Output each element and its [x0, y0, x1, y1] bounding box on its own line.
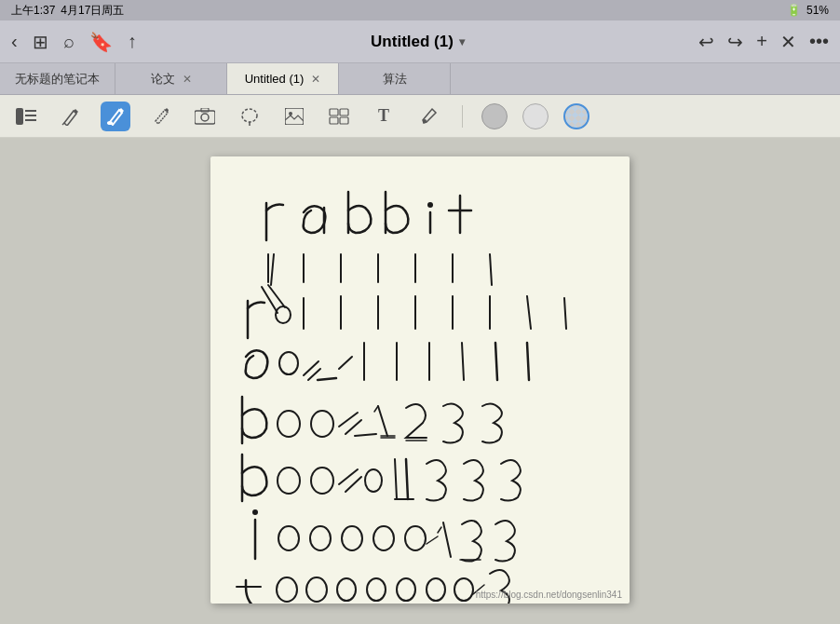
watermark: https://blog.csdn.net/dongsenlin341 [476, 590, 622, 600]
svg-rect-14 [340, 109, 348, 115]
tab-algorithm[interactable]: 算法 [339, 63, 451, 94]
redo-button[interactable]: ↪ [727, 31, 743, 53]
svg-point-35 [367, 578, 386, 601]
svg-point-28 [310, 526, 331, 550]
color-blue-transparent[interactable] [563, 103, 589, 129]
undo-button[interactable]: ↩ [698, 31, 714, 53]
search-button[interactable]: ⌕ [63, 31, 75, 52]
svg-point-18 [427, 202, 433, 208]
svg-point-25 [365, 469, 382, 492]
svg-point-7 [201, 114, 209, 121]
svg-point-30 [373, 526, 394, 550]
svg-point-33 [306, 577, 327, 602]
svg-line-4 [62, 123, 64, 125]
svg-point-22 [311, 411, 333, 437]
svg-rect-3 [25, 119, 36, 121]
tab-untitled-label: Untitled (1) [245, 72, 305, 86]
tab-untitled[interactable]: Untitled (1) ✕ [227, 63, 339, 94]
title-chevron-icon[interactable]: ▾ [459, 35, 465, 48]
close-button[interactable]: ✕ [780, 31, 796, 53]
color-light[interactable] [522, 103, 549, 129]
camera-tool[interactable] [190, 102, 220, 131]
document-title: Untitled (1) [371, 33, 454, 51]
tab-paper-label: 论文 [151, 71, 175, 88]
svg-point-38 [454, 578, 473, 601]
text-tool[interactable]: T [369, 102, 399, 131]
svg-rect-0 [16, 108, 23, 125]
tab-paper-close[interactable]: ✕ [183, 73, 192, 86]
back-button[interactable]: ‹ [11, 31, 18, 52]
svg-point-17 [423, 119, 427, 123]
drawing-canvas[interactable] [210, 156, 630, 604]
title-bar: ‹ ⊞ ⌕ 🔖 ↑ Untitled (1) ▾ ↩ ↪ + ✕ ••• [0, 20, 840, 63]
sidebar-tool[interactable] [11, 102, 41, 131]
svg-rect-8 [201, 108, 209, 112]
tab-notebook[interactable]: 无标题的笔记本 [0, 63, 115, 94]
svg-point-9 [242, 109, 257, 122]
svg-point-31 [405, 526, 426, 550]
svg-rect-2 [25, 115, 36, 116]
tab-paper[interactable]: 论文 ✕ [115, 63, 227, 94]
svg-point-26 [252, 509, 258, 515]
svg-rect-6 [195, 111, 215, 124]
pen-tool[interactable] [56, 102, 86, 131]
grid-button[interactable]: ⊞ [33, 31, 48, 53]
brush-tool[interactable] [101, 102, 130, 131]
tab-algorithm-label: 算法 [383, 71, 407, 88]
note-page[interactable]: https://blog.csdn.net/dongsenlin341 [210, 156, 630, 604]
svg-point-32 [277, 577, 297, 602]
battery-icon: 🔋 [787, 4, 801, 17]
title-bar-right: ↩ ↪ + ✕ ••• [698, 31, 829, 53]
svg-point-34 [337, 578, 356, 601]
svg-point-5 [107, 121, 113, 125]
svg-point-37 [427, 578, 445, 601]
svg-rect-16 [340, 117, 348, 124]
status-day: 4月17日周五 [61, 3, 124, 19]
svg-point-27 [278, 526, 299, 550]
tabs-bar: 无标题的笔记本 论文 ✕ Untitled (1) ✕ 算法 [0, 63, 840, 95]
pencil-tool[interactable] [145, 102, 175, 131]
battery-level: 51% [806, 4, 829, 17]
svg-point-20 [279, 352, 298, 374]
svg-point-21 [278, 411, 300, 437]
tab-untitled-close[interactable]: ✕ [311, 73, 320, 86]
svg-point-36 [397, 578, 415, 601]
svg-rect-11 [285, 108, 304, 125]
share-button[interactable]: ↑ [128, 31, 137, 52]
color-none[interactable] [481, 103, 508, 129]
svg-point-19 [276, 306, 291, 323]
tab-notebook-label: 无标题的笔记本 [15, 71, 100, 88]
canvas-area: https://blog.csdn.net/dongsenlin341 [0, 138, 840, 624]
title-bar-left: ‹ ⊞ ⌕ 🔖 ↑ [11, 31, 137, 53]
status-left: 上午1:37 4月17日周五 [11, 3, 124, 19]
add-page-button[interactable]: + [756, 31, 767, 52]
toolbar: T [0, 95, 840, 138]
svg-rect-13 [330, 109, 338, 115]
svg-rect-15 [330, 117, 338, 124]
image-tool[interactable] [279, 102, 309, 131]
status-right: 🔋 51% [787, 4, 829, 17]
bookmark-button[interactable]: 🔖 [89, 31, 113, 53]
status-bar: 上午1:37 4月17日周五 🔋 51% [0, 0, 840, 20]
svg-rect-1 [25, 110, 36, 112]
title-bar-center: Untitled (1) ▾ [371, 33, 465, 51]
photo-scan-tool[interactable] [324, 102, 354, 131]
svg-point-23 [278, 468, 300, 494]
toolbar-divider [462, 105, 463, 128]
svg-point-29 [342, 526, 362, 550]
eyedropper-tool[interactable] [413, 102, 443, 131]
svg-point-24 [311, 468, 333, 494]
status-time: 上午1:37 [11, 3, 55, 19]
lasso-tool[interactable] [235, 102, 264, 131]
more-button[interactable]: ••• [809, 31, 829, 52]
